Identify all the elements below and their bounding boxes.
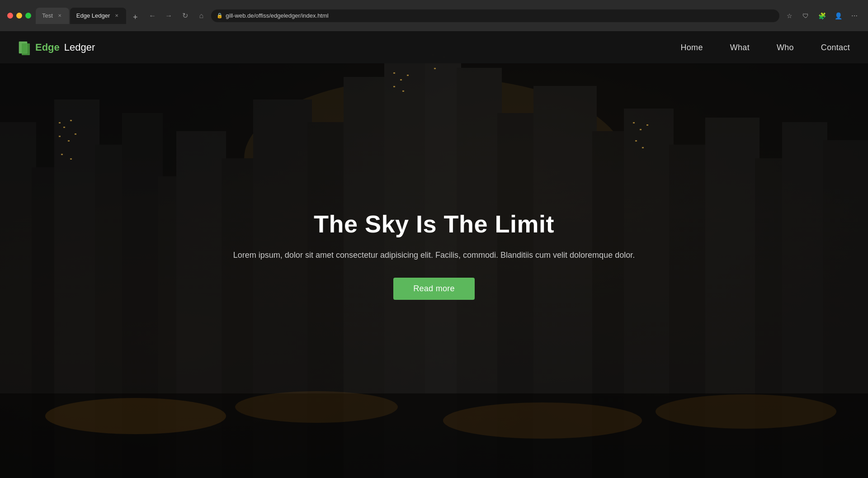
tab-test-close[interactable]: ✕ — [57, 13, 63, 19]
svg-rect-44 — [633, 122, 635, 123]
menu-button[interactable]: ⋯ — [848, 9, 861, 22]
svg-point-52 — [443, 402, 642, 439]
tab-edge-ledger[interactable]: Edge Ledger ✕ — [70, 8, 126, 24]
hero-title: The Sky Is The Limit — [231, 210, 637, 238]
logo-text-edge: Edge — [35, 42, 60, 53]
navigation: Edge Ledger Home What Who Contact — [0, 32, 868, 63]
shield-icon[interactable]: 🛡 — [799, 9, 812, 22]
svg-rect-48 — [642, 147, 644, 148]
logo-icon — [18, 40, 31, 55]
nav-links: Home What Who Contact — [681, 43, 850, 52]
svg-point-50 — [45, 398, 226, 434]
traffic-lights — [7, 13, 31, 19]
url-text: gill-web.de/offiss/edgeledger/index.html — [226, 12, 328, 19]
nav-link-home[interactable]: Home — [681, 43, 703, 52]
svg-rect-38 — [393, 86, 395, 87]
lock-icon: 🔒 — [217, 13, 223, 19]
minimize-button[interactable] — [16, 13, 22, 19]
svg-rect-27 — [59, 122, 61, 123]
svg-rect-32 — [75, 133, 76, 135]
svg-rect-45 — [640, 129, 642, 130]
hero-content: The Sky Is The Limit Lorem ipsum, dolor … — [231, 210, 637, 300]
maximize-button[interactable] — [25, 13, 31, 19]
tab-edge-ledger-label: Edge Ledger — [76, 12, 110, 19]
forward-button[interactable]: → — [162, 9, 175, 22]
new-tab-button[interactable]: + — [129, 11, 142, 24]
svg-rect-47 — [635, 140, 637, 142]
tabs-row: Test ✕ Edge Ledger ✕ + — [36, 8, 142, 24]
svg-rect-39 — [402, 90, 404, 92]
logo: Edge Ledger — [18, 40, 95, 55]
svg-point-51 — [235, 391, 398, 423]
website: Edge Ledger Home What Who Contact The Sk… — [0, 32, 868, 478]
svg-rect-28 — [63, 127, 65, 128]
svg-rect-29 — [70, 120, 72, 121]
svg-rect-37 — [407, 75, 409, 76]
extension-icon[interactable]: 🧩 — [816, 9, 828, 22]
svg-rect-34 — [70, 158, 72, 160]
svg-rect-36 — [400, 79, 402, 80]
browser-actions: ☆ 🛡 🧩 👤 ⋯ — [783, 9, 861, 22]
address-bar[interactable]: 🔒 gill-web.de/offiss/edgeledger/index.ht… — [211, 9, 779, 22]
hero-subtitle: Lorem ipsum, dolor sit amet consectetur … — [231, 249, 637, 262]
tab-test[interactable]: Test ✕ — [36, 8, 69, 24]
nav-link-what[interactable]: What — [730, 43, 750, 52]
logo-text-ledger: Ledger — [64, 42, 95, 53]
svg-rect-31 — [68, 140, 70, 142]
browser-chrome: Test ✕ Edge Ledger ✕ + ← → ↻ ⌂ 🔒 gill-we… — [0, 0, 868, 32]
nav-link-who[interactable]: Who — [777, 43, 794, 52]
nav-link-contact[interactable]: Contact — [821, 43, 850, 52]
svg-rect-30 — [59, 136, 61, 137]
svg-rect-33 — [61, 154, 63, 155]
close-button[interactable] — [7, 13, 13, 19]
svg-rect-46 — [646, 124, 648, 126]
reload-button[interactable]: ↻ — [179, 9, 191, 22]
profile-icon[interactable]: 👤 — [832, 9, 844, 22]
svg-rect-35 — [393, 72, 395, 74]
home-button[interactable]: ⌂ — [195, 9, 208, 22]
tab-test-label: Test — [42, 12, 53, 19]
svg-rect-43 — [434, 68, 436, 69]
read-more-button[interactable]: Read more — [393, 278, 475, 300]
svg-point-53 — [656, 394, 836, 429]
bookmark-button[interactable]: ☆ — [783, 9, 796, 22]
tab-edge-ledger-close[interactable]: ✕ — [113, 13, 120, 19]
back-button[interactable]: ← — [146, 9, 159, 22]
address-bar-row: ← → ↻ ⌂ 🔒 gill-web.de/offiss/edgeledger/… — [146, 9, 861, 23]
